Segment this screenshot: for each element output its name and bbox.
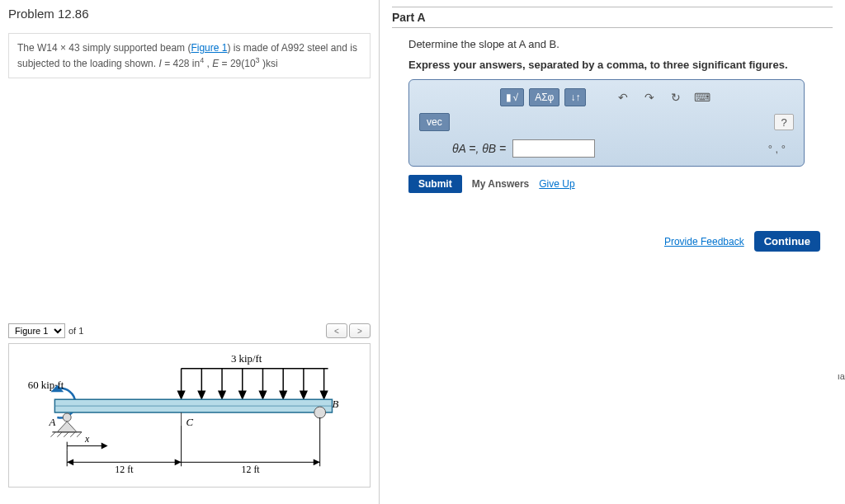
svg-point-20 — [63, 413, 71, 422]
my-answers-label: My Answers — [472, 178, 530, 190]
figure-image: 3 kip/ft 60 kip·ft A B — [8, 343, 371, 488]
svg-marker-4 — [198, 391, 205, 398]
figure-section: Figure 1 of 1 < > — [8, 323, 371, 488]
svg-line-27 — [77, 432, 82, 437]
dist-load-label: 3 kip/ft — [231, 353, 262, 365]
right-panel: Part A Determine the slope at A and B. E… — [380, 0, 845, 504]
left-panel: Problem 12.86 The W14 × 43 simply suppor… — [0, 0, 380, 504]
part-subtitle: Determine the slope at A and B. — [408, 38, 833, 50]
point-B: B — [333, 398, 339, 410]
svg-marker-8 — [239, 391, 246, 398]
svg-marker-39 — [314, 459, 320, 465]
submit-row: Submit My Answers Give Up — [408, 175, 833, 193]
keyboard-button[interactable]: ⌨ — [692, 88, 713, 106]
part-title: Part A — [392, 11, 833, 24]
figure-of-label: of 1 — [68, 326, 83, 336]
E-val: = 29(10 — [219, 58, 255, 69]
redo-button[interactable]: ↷ — [639, 88, 660, 106]
answer-box: ▮√ ΑΣφ ↓↑ ↶ ↷ ↻ ⌨ vec ? θA =, θB = ° , ° — [408, 79, 805, 167]
reset-button[interactable]: ↻ — [665, 88, 687, 106]
span2: 12 ft — [242, 464, 261, 475]
svg-line-24 — [57, 432, 62, 437]
help-button[interactable]: ? — [774, 114, 794, 130]
figure-next-button[interactable]: > — [349, 323, 371, 338]
vec-button[interactable]: vec — [419, 113, 450, 131]
svg-line-25 — [64, 432, 68, 437]
svg-marker-31 — [101, 443, 108, 450]
span1: 12 ft — [115, 464, 134, 475]
edge-fragment: ıa — [838, 371, 845, 381]
svg-marker-35 — [175, 459, 182, 465]
giveup-link[interactable]: Give Up — [539, 178, 574, 190]
answer-input-row: θA =, θB = ° , ° — [419, 139, 794, 158]
svg-line-26 — [70, 432, 75, 437]
figure-prev-button[interactable]: < — [326, 323, 347, 338]
svg-marker-2 — [178, 391, 185, 398]
greek-button[interactable]: ΑΣφ — [529, 88, 559, 106]
frac-icon: ▮ — [506, 92, 512, 103]
units-label: ° , ° — [768, 143, 786, 155]
template-button[interactable]: ▮√ — [500, 88, 525, 106]
figure-header: Figure 1 of 1 < > — [8, 323, 371, 338]
E-unit: )ksi — [260, 58, 278, 69]
undo-button[interactable]: ↶ — [612, 88, 634, 106]
part-header: Part A — [392, 7, 833, 28]
svg-marker-14 — [300, 391, 307, 398]
figure-link[interactable]: Figure 1 — [191, 42, 227, 54]
comma: , — [204, 58, 212, 69]
format-toolbar: ▮√ ΑΣφ ↓↑ ↶ ↷ ↻ ⌨ — [419, 88, 794, 106]
part-instruction: Express your answers, separated by a com… — [408, 59, 833, 71]
sqrt-icon: √ — [513, 92, 519, 103]
problem-text-pre: The W14 × 43 simply supported beam ( — [17, 42, 191, 54]
svg-line-23 — [50, 432, 55, 437]
svg-marker-21 — [57, 422, 77, 432]
svg-marker-12 — [280, 391, 286, 398]
x-label: x — [84, 433, 90, 445]
I-val: = 428 in — [162, 58, 200, 69]
svg-marker-34 — [67, 459, 73, 465]
point-C: C — [186, 417, 194, 428]
answer-input[interactable] — [512, 139, 595, 158]
theta-label: θA =, θB = — [452, 142, 506, 155]
svg-marker-16 — [321, 391, 328, 398]
svg-point-28 — [314, 407, 326, 418]
submit-button[interactable]: Submit — [408, 175, 462, 193]
figure-select[interactable]: Figure 1 — [8, 323, 65, 338]
continue-button[interactable]: Continue — [754, 231, 820, 252]
bottom-actions: Provide Feedback Continue — [664, 231, 820, 252]
svg-marker-10 — [260, 391, 267, 398]
moment-label: 60 kip·ft — [28, 379, 64, 391]
feedback-link[interactable]: Provide Feedback — [664, 236, 744, 247]
sort-button[interactable]: ↓↑ — [564, 88, 586, 106]
problem-title: Problem 12.86 — [8, 7, 371, 21]
problem-statement: The W14 × 43 simply supported beam (Figu… — [8, 33, 371, 78]
point-A: A — [48, 417, 55, 428]
svg-marker-6 — [219, 391, 225, 398]
